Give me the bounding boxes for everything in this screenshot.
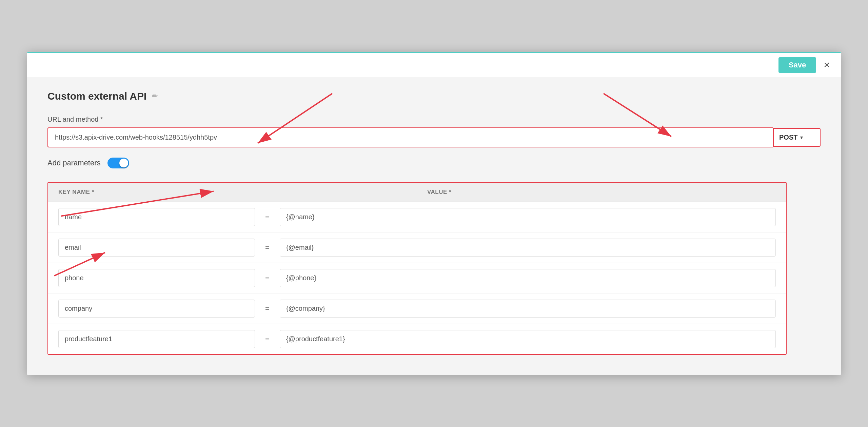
modal-content: Custom external API ✏ URL and method * P…: [27, 77, 841, 375]
equals-sign: =: [255, 213, 280, 222]
modal-title: Custom external API: [47, 90, 146, 102]
equals-sign: =: [255, 243, 280, 252]
add-params-toggle[interactable]: [107, 158, 129, 168]
equals-sign: =: [255, 274, 280, 283]
toggle-knob: [119, 159, 128, 167]
params-table: KEY NAME * VALUE * =✕=✕=✕=✕=✕: [47, 182, 787, 355]
table-row: =✕: [48, 263, 786, 293]
modal-title-row: Custom external API ✏: [47, 90, 821, 102]
method-label: POST: [779, 134, 797, 141]
add-params-label: Add parameters: [47, 159, 101, 167]
chevron-down-icon: ▾: [800, 134, 803, 141]
modal-wrapper: Save × Custom external API ✏ URL and met…: [27, 52, 841, 375]
table-row: =✕: [48, 232, 786, 263]
table-header-row: KEY NAME * VALUE *: [48, 183, 786, 202]
equals-sign: =: [255, 304, 280, 313]
param-key-input[interactable]: [58, 239, 255, 257]
url-label: URL and method *: [47, 116, 821, 123]
column-header-key: KEY NAME *: [58, 189, 407, 196]
param-value-input[interactable]: [280, 208, 776, 226]
table-row: =✕: [48, 293, 786, 324]
param-value-input[interactable]: [280, 239, 776, 257]
table-row: =✕: [48, 202, 786, 232]
column-header-value: VALUE *: [407, 189, 776, 196]
equals-sign: =: [255, 335, 280, 344]
add-params-row: Add parameters: [47, 158, 821, 168]
params-rows: =✕=✕=✕=✕=✕: [48, 202, 786, 354]
url-method-row: POST ▾: [47, 127, 821, 147]
save-button[interactable]: Save: [778, 57, 816, 73]
modal-top-bar: Save ×: [27, 52, 841, 77]
param-key-input[interactable]: [58, 300, 255, 318]
url-input[interactable]: [47, 127, 773, 147]
edit-icon[interactable]: ✏: [152, 92, 158, 101]
close-button[interactable]: ×: [820, 57, 834, 73]
table-row: =✕: [48, 324, 786, 354]
param-value-input[interactable]: [280, 330, 776, 348]
param-key-input[interactable]: [58, 208, 255, 226]
param-key-input[interactable]: [58, 269, 255, 287]
param-value-input[interactable]: [280, 300, 776, 318]
param-key-input[interactable]: [58, 330, 255, 348]
param-value-input[interactable]: [280, 269, 776, 287]
method-select[interactable]: POST ▾: [773, 128, 821, 147]
